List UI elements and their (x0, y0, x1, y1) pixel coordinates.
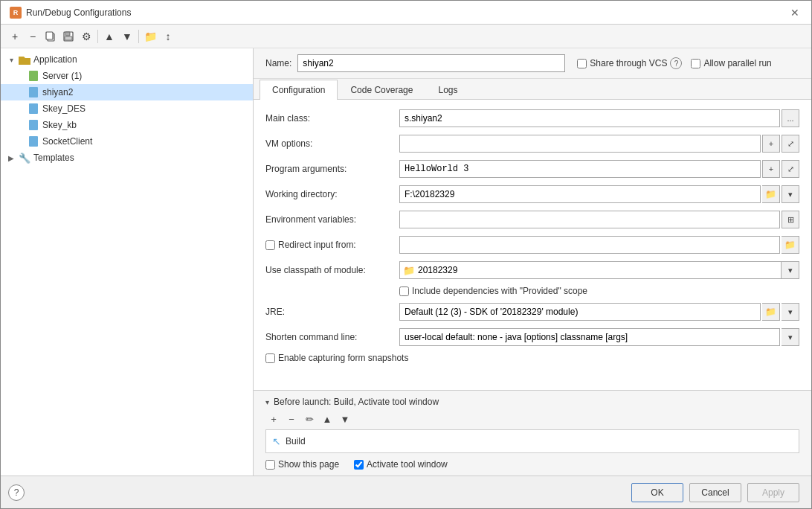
add-config-button[interactable]: + (7, 28, 23, 45)
env-vars-row: Environment variables: ⊞ (265, 210, 799, 229)
main-class-input[interactable] (399, 109, 780, 127)
toolbar: + − ⚙ ▲ ▼ 📁 ↕ (1, 25, 811, 48)
tab-code-coverage[interactable]: Code Coverage (338, 80, 425, 100)
close-button[interactable]: ✕ (787, 5, 802, 20)
vm-options-row: VM options: + ⤢ (265, 134, 799, 153)
working-dir-folder-button[interactable]: 📁 (762, 185, 780, 203)
collapse-arrow-icon[interactable]: ▾ (265, 398, 269, 406)
application-label: Application (33, 54, 77, 65)
shiyan2-label: shiyan2 (42, 87, 73, 97)
include-deps-label[interactable]: Include dependencies with "Provided" sco… (412, 286, 587, 296)
main-class-input-wrap: ... (399, 109, 799, 127)
redirect-folder-button[interactable]: 📁 (782, 236, 799, 254)
tree-skey-kb[interactable]: Skey_kb (1, 117, 253, 133)
main-class-browse-button[interactable]: ... (782, 109, 799, 127)
templates-label: Templates (33, 153, 74, 163)
parallel-run-checkbox[interactable] (691, 59, 700, 68)
vm-options-add-button[interactable]: + (762, 135, 780, 153)
move-down-button[interactable]: ▼ (119, 28, 135, 45)
tabs: Configuration Code Coverage Logs (254, 79, 811, 100)
before-launch-edit-button[interactable]: ✏ (301, 412, 318, 426)
remove-config-button[interactable]: − (25, 28, 41, 45)
copy-config-button[interactable] (42, 28, 59, 45)
working-dir-input[interactable] (399, 185, 761, 203)
tree-shiyan2[interactable]: shiyan2 (1, 84, 253, 100)
jre-dropdown-button[interactable]: ▾ (782, 303, 799, 321)
svg-rect-3 (65, 32, 70, 36)
config-panel: Main class: ... VM options: + ⤢ (254, 100, 811, 390)
include-deps-checkbox[interactable] (399, 286, 409, 296)
shorten-cmd-input[interactable] (399, 328, 780, 346)
jre-row: JRE: 📁 ▾ (265, 302, 799, 321)
redirect-checkbox[interactable] (265, 240, 275, 250)
classpath-dropdown-button[interactable]: ▾ (782, 261, 799, 279)
redirect-label[interactable]: Redirect input from: (278, 240, 356, 250)
share-vcs-help-icon[interactable]: ? (670, 57, 682, 69)
dialog-title: Run/Debug Configurations (26, 7, 131, 18)
ok-button[interactable]: OK (631, 483, 683, 502)
jre-input[interactable] (399, 303, 761, 321)
templates-icon: 🔧 (19, 152, 30, 164)
program-args-expand-button[interactable]: ⤢ (782, 160, 799, 178)
show-page-label[interactable]: Show this page (278, 459, 339, 470)
expand-templates-icon: ▶ (7, 153, 16, 162)
save-config-button[interactable] (60, 28, 77, 45)
activate-window-checkbox[interactable] (354, 460, 364, 470)
shorten-cmd-dropdown-button[interactable]: ▾ (782, 328, 799, 346)
name-input[interactable] (297, 54, 565, 72)
sort-button[interactable]: ↕ (160, 28, 176, 45)
vm-options-input[interactable] (399, 135, 761, 153)
help-button[interactable]: ? (8, 484, 25, 501)
tree-application-group[interactable]: ▾ Application (1, 51, 253, 68)
before-launch-title: Before launch: Build, Activate tool wind… (274, 397, 439, 407)
apply-button[interactable]: Apply (747, 483, 799, 502)
move-up-button[interactable]: ▲ (101, 28, 117, 45)
working-dir-expand-button[interactable]: ▾ (782, 185, 799, 203)
share-through-vcs-row: Share through VCS ? (577, 57, 682, 69)
jre-wrap: 📁 ▾ (399, 303, 799, 321)
bottom-checkboxes: Show this page Activate tool window (265, 459, 799, 470)
redirect-input[interactable] (399, 236, 780, 254)
expand-application-icon: ▾ (7, 55, 16, 64)
before-launch-add-button[interactable]: + (265, 412, 282, 426)
redirect-row: Redirect input from: 📁 (265, 235, 799, 254)
program-args-add-button[interactable]: + (762, 160, 780, 178)
module-folder-icon: 📁 (403, 265, 415, 276)
tree-socketclient[interactable]: SocketClient (1, 133, 253, 150)
svg-rect-1 (46, 32, 53, 39)
tree-skey-des[interactable]: Skey_DES (1, 100, 253, 117)
enable-snapshots-label[interactable]: Enable capturing form snapshots (278, 353, 408, 363)
server-icon (28, 70, 39, 82)
settings-button[interactable]: ⚙ (78, 28, 94, 45)
vm-options-expand-button[interactable]: ⤢ (782, 135, 799, 153)
share-options: Share through VCS ? Allow parallel run (577, 57, 771, 69)
activate-window-label[interactable]: Activate tool window (367, 459, 448, 470)
share-vcs-label[interactable]: Share through VCS (590, 58, 667, 68)
env-vars-input[interactable] (399, 211, 780, 228)
show-page-checkbox[interactable] (265, 460, 275, 470)
env-vars-browse-button[interactable]: ⊞ (782, 211, 799, 228)
show-page-row: Show this page (265, 459, 339, 470)
before-launch-up-button[interactable]: ▲ (319, 412, 335, 426)
share-vcs-checkbox[interactable] (577, 59, 587, 68)
parallel-run-label[interactable]: Allow parallel run (703, 58, 771, 68)
before-launch-toolbar: + − ✏ ▲ ▼ (265, 412, 799, 426)
before-launch-remove-button[interactable]: − (283, 412, 300, 426)
skey-des-icon (28, 103, 39, 115)
enable-snapshots-checkbox[interactable] (265, 353, 275, 363)
classpath-value: 20182329 (418, 265, 457, 275)
jre-folder-button[interactable]: 📁 (762, 303, 780, 321)
skey-des-label: Skey_DES (42, 103, 86, 114)
tree-server[interactable]: Server (1) (1, 68, 253, 84)
name-row: Name: Share through VCS ? Allow parallel… (254, 48, 811, 79)
classpath-row: Use classpath of module: 📁 20182329 ▾ (265, 260, 799, 280)
redirect-input-wrap: 📁 (399, 236, 799, 254)
tree-templates[interactable]: ▶ 🔧 Templates (1, 150, 253, 166)
program-args-row: Program arguments: + ⤢ (265, 159, 799, 179)
program-args-input[interactable] (399, 160, 761, 178)
before-launch-down-button[interactable]: ▼ (337, 412, 353, 426)
cancel-button[interactable]: Cancel (689, 483, 741, 502)
tab-configuration[interactable]: Configuration (260, 80, 338, 100)
tab-logs[interactable]: Logs (425, 80, 470, 100)
folder-button[interactable]: 📁 (142, 28, 158, 45)
